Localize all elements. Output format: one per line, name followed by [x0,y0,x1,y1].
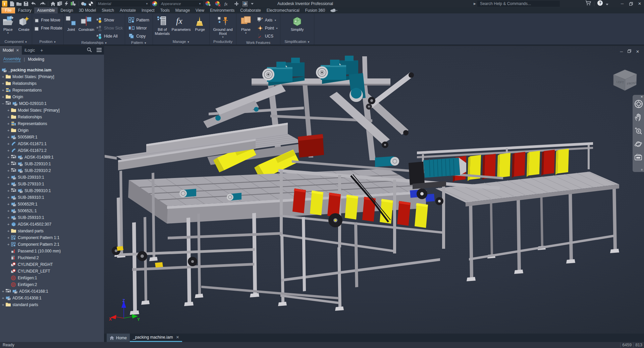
ribbon-group-label[interactable]: Pattern▼ [125,40,153,46]
tree-item[interactable]: +ADSK-014308:1 [0,295,104,301]
tree-item[interactable]: _packing machine.iam [0,67,104,73]
panel-tab-close-icon[interactable]: ✕ [16,48,19,53]
tree-expander[interactable]: + [7,209,10,213]
viewport-3d[interactable]: ─ ✕ LEFT FRONT ✕ ≡ Z X Y [104,46,644,334]
tree-item[interactable]: CYLINDER_LEFT [0,268,104,275]
undo-icon[interactable] [29,0,38,7]
create-button[interactable]: Create [16,15,32,32]
panel-tab-ilogic[interactable]: iLogic [22,46,38,55]
adjust-plus-icon[interactable] [203,0,213,7]
tree-item[interactable]: +Model States: [Primary] [0,107,104,114]
home-icon[interactable] [50,0,56,7]
help-caret-icon[interactable] [606,1,608,7]
tree-expander[interactable]: + [1,303,5,307]
tree-item[interactable]: +SUB-269310:1 [0,194,104,201]
navigation-bar[interactable]: ✕ ≡ [633,95,644,172]
shade-icon[interactable] [80,0,88,7]
pattern-button[interactable]: Pattern [126,16,151,24]
assembly-view-toggle[interactable]: Assembly [3,57,21,62]
tree-item[interactable]: +SUB-299310:1 [0,187,104,194]
browser-search-icon[interactable] [87,47,92,54]
help-icon[interactable]: ? [597,0,603,7]
add-icon[interactable] [232,0,240,7]
ribbon-tab-view[interactable]: View [193,7,207,13]
plane-button[interactable]: Plane▼ [236,15,255,34]
window-minimize-button[interactable]: ─ [618,0,627,7]
tree-item[interactable]: +ADSK-011671:2 [0,147,104,154]
ribbon-group-label[interactable]: Position▼ [32,39,63,45]
ribbon-tab-file[interactable]: File [1,7,15,13]
store-cart-icon[interactable] [585,1,591,7]
document-tab-packing-machine[interactable]: _packing machine.iam ✕ [130,334,182,342]
tree-item[interactable]: +Origin [0,94,104,100]
window-close-button[interactable]: ✕ [635,0,644,7]
ribbon-group-label[interactable]: Relationships▼ [64,40,125,46]
ribbon-group-label[interactable]: Component▼ [0,39,32,45]
tree-item[interactable]: CYLINDER_RIGHT [0,261,104,268]
redo-icon[interactable] [38,0,47,7]
free-move-button[interactable]: Free Move [31,16,64,24]
ribbon-tab-manage[interactable]: Manage [172,7,193,13]
ribbon-tab-environments[interactable]: Environments [207,7,237,13]
simplify-button[interactable]: Simplify [287,15,307,32]
tree-expander[interactable]: + [7,135,10,139]
visual-style-icon[interactable] [88,0,94,7]
copy-button[interactable]: Copy [126,32,151,40]
tree-expander[interactable]: + [7,195,10,200]
modeling-view-toggle[interactable]: Modeling [28,57,44,62]
adjust-clear-icon[interactable] [213,0,222,7]
navbar-menu-icon[interactable]: ≡ [641,168,643,171]
show-sick-button[interactable]: Show Sick [94,24,125,32]
inventor-logo[interactable]: I [1,0,9,7]
tree-expander[interactable]: + [1,75,5,79]
tree-item[interactable]: +Relationships [0,114,104,120]
doc-minimize-button[interactable]: ─ [620,49,623,54]
tree-expander[interactable]: + [7,222,10,227]
ribbon-tab-assemble[interactable]: Assemble [34,7,58,13]
tree-expander[interactable]: + [1,95,5,99]
tree-expander[interactable]: + [7,128,10,133]
ribbon-tab-inspect[interactable]: Inspect [139,7,158,13]
ribbon-tab-tools[interactable]: Tools [157,7,172,13]
tree-expander[interactable]: + [7,189,10,193]
show-button[interactable]: Show [94,16,125,24]
tree-expander[interactable]: + [7,175,10,180]
parameters-button[interactable]: fxParameters [172,15,191,32]
tree-item[interactable]: +ADSK-014389:1 [0,154,104,161]
search-expand-icon[interactable]: ▶ [474,2,476,5]
ground-and-button[interactable]: Ground andRoot▼ [213,15,233,38]
ribbon-group-label[interactable]: Simplification▼ [280,39,314,45]
tree-item[interactable]: +ADSK-014168:1 [0,288,104,295]
tree-expander[interactable]: + [7,202,10,207]
tree-expander[interactable]: + [7,108,10,113]
tree-expander[interactable]: + [7,155,10,160]
tree-expander[interactable]: + [1,296,5,300]
tree-item[interactable]: +Origin [0,127,104,134]
tree-item[interactable]: +SUB-279310:1 [0,181,104,187]
joint-button[interactable]: Joint [64,15,78,32]
doc-restore-button[interactable] [628,49,631,54]
point-button[interactable]: Point▼ [255,24,280,32]
tree-expander[interactable]: + [7,182,10,186]
constrain-button[interactable]: Constrain [78,15,94,32]
tree-item[interactable]: Einfügen:2 [0,281,104,288]
tree-item[interactable]: +500652R:1 [0,201,104,208]
tree-item[interactable]: +SUB-239310:1 [0,174,104,181]
tree-expander[interactable]: + [7,162,10,166]
fusion-cloud-icon[interactable] [330,7,337,13]
home-tab[interactable]: Home [107,334,130,342]
update-icon[interactable] [63,0,70,7]
ucs-button[interactable]: UCS [255,32,280,40]
mirror-button[interactable]: Mirror [126,24,151,32]
tree-item[interactable]: +standard parts [0,301,104,308]
tree-expander[interactable]: + [7,122,10,126]
look-at-icon[interactable] [634,154,642,163]
ribbon-tab-fusion-360[interactable]: Fusion 360 [302,7,328,13]
ribbon-tab-sketch[interactable]: Sketch [99,7,117,13]
material-combo[interactable]: Material▼ [96,1,150,6]
tree-expander[interactable]: + [7,169,10,173]
tree-item[interactable]: +SUB-229310:1 [0,161,104,167]
tree-expander[interactable]: + [1,81,5,86]
open-icon[interactable] [15,0,23,7]
ribbon-tab-3d-model[interactable]: 3D Model [76,7,99,13]
